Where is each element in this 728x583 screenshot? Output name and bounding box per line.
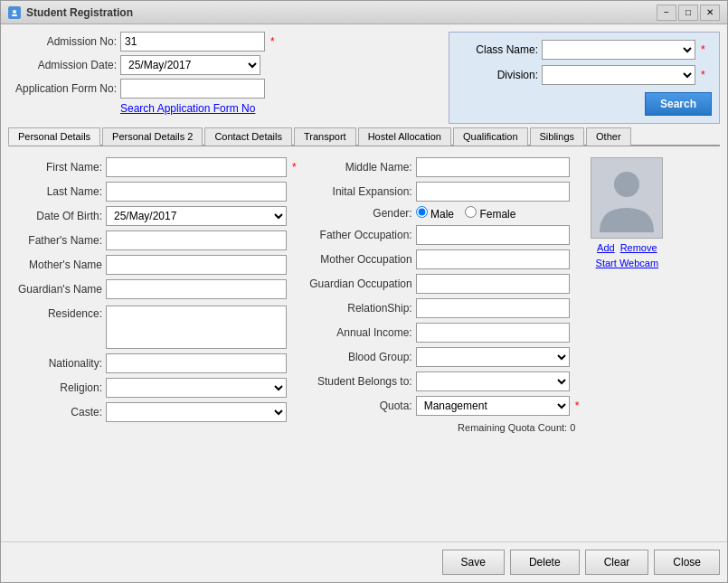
window-title: Student Registration xyxy=(26,6,133,19)
blood-group-label: Blood Group: xyxy=(304,351,412,363)
initial-expansion-input[interactable] xyxy=(416,182,570,202)
student-belongs-row: Student Belongs to: xyxy=(304,371,580,391)
fathers-occ-row: Father Occupation: xyxy=(304,225,580,245)
bottom-bar: Save Delete Clear Close xyxy=(1,541,727,582)
tab-personal-details[interactable]: Personal Details xyxy=(8,127,100,146)
mothers-occ-input[interactable] xyxy=(416,249,570,269)
dob-row: Date Of Birth: 25/May/2017 xyxy=(12,206,297,226)
fathers-occ-input[interactable] xyxy=(416,225,570,245)
photo-section: Add Remove Start Webcam xyxy=(586,157,667,527)
last-name-label: Last Name: xyxy=(12,185,102,198)
annual-income-input[interactable] xyxy=(416,323,570,343)
annual-income-label: Annual Income: xyxy=(304,326,412,339)
search-application-link[interactable]: Search Application Form No xyxy=(120,102,255,115)
guardians-name-row: Guardian's Name xyxy=(12,279,297,299)
religion-label: Religion: xyxy=(12,381,102,394)
application-form-row: Application Form No: xyxy=(8,79,441,99)
svg-point-1 xyxy=(13,10,16,14)
student-belongs-label: Student Belongs to: xyxy=(304,375,412,388)
admission-date-label: Admission Date: xyxy=(8,59,117,71)
class-name-select[interactable] xyxy=(542,40,695,60)
guardian-occ-input[interactable] xyxy=(416,274,570,294)
annual-income-row: Annual Income: xyxy=(304,323,580,343)
caste-row: Caste: xyxy=(12,402,297,422)
add-photo-link[interactable]: Add xyxy=(597,242,615,253)
search-button[interactable]: Search xyxy=(645,92,712,116)
religion-select[interactable] xyxy=(106,378,287,398)
start-webcam-link[interactable]: Start Webcam xyxy=(596,258,659,268)
top-section: Admission No: * Admission Date: 25/May/2… xyxy=(8,32,720,124)
webcam-link-container: Start Webcam xyxy=(596,257,659,269)
svg-point-3 xyxy=(614,172,639,197)
gender-row: Gender: Male Female xyxy=(304,206,580,221)
save-button[interactable]: Save xyxy=(442,550,505,575)
gender-radio-group: Male Female xyxy=(416,206,516,221)
initial-expansion-row: Inital Expansion: xyxy=(304,182,580,202)
remaining-quota-label: Remaining Quota Count: xyxy=(458,422,567,433)
gender-male-radio[interactable] xyxy=(416,206,428,218)
maximize-button[interactable]: □ xyxy=(678,5,698,21)
mothers-occ-label: Mother Occupation xyxy=(304,253,412,266)
last-name-input[interactable] xyxy=(106,182,287,202)
close-window-button[interactable]: ✕ xyxy=(700,5,720,21)
admission-date-row: Admission Date: 25/May/2017 xyxy=(8,55,441,75)
residence-input[interactable] xyxy=(106,306,287,349)
mothers-name-label: Mother's Name xyxy=(12,259,102,271)
quota-select[interactable]: Management xyxy=(416,396,570,416)
initial-expansion-label: Inital Expansion: xyxy=(304,185,412,198)
first-name-row: First Name: * xyxy=(12,157,297,177)
remaining-quota-row: Remaining Quota Count: 0 xyxy=(304,422,580,433)
form-left-column: First Name: * Last Name: Date Of Birth: … xyxy=(12,157,297,527)
blood-group-select[interactable] xyxy=(416,347,570,367)
delete-button[interactable]: Delete xyxy=(510,550,580,575)
class-name-row: Class Name: * xyxy=(457,40,712,60)
svg-rect-2 xyxy=(12,14,17,16)
tab-qualification[interactable]: Qualification xyxy=(453,127,528,146)
gender-female-label[interactable]: Female xyxy=(465,206,515,221)
admission-no-input[interactable] xyxy=(120,32,265,52)
guardian-occ-label: Guardian Occupation xyxy=(304,277,412,290)
tabs: Personal Details Personal Details 2 Cont… xyxy=(8,127,720,146)
gender-male-label[interactable]: Male xyxy=(416,206,454,221)
tab-personal-details-2[interactable]: Personal Details 2 xyxy=(102,127,203,146)
admission-date-select[interactable]: 25/May/2017 xyxy=(120,55,260,75)
minimize-button[interactable]: − xyxy=(657,5,676,21)
student-belongs-select[interactable] xyxy=(416,371,570,391)
remove-photo-link[interactable]: Remove xyxy=(620,242,657,253)
blood-group-row: Blood Group: xyxy=(304,347,580,367)
tab-hostel-allocation[interactable]: Hostel Allocation xyxy=(358,127,451,146)
mothers-name-input[interactable] xyxy=(106,255,287,275)
relationship-label: RelationShip: xyxy=(304,302,412,315)
gender-label: Gender: xyxy=(304,207,412,220)
app-icon xyxy=(8,6,21,19)
caste-label: Caste: xyxy=(12,406,102,418)
middle-name-input[interactable] xyxy=(416,157,570,177)
close-button[interactable]: Close xyxy=(654,550,720,575)
first-name-input[interactable] xyxy=(106,157,287,177)
middle-name-row: Middle Name: xyxy=(304,157,580,177)
right-fields: Class Name: * Division: * Search xyxy=(449,32,720,124)
guardians-name-label: Guardian's Name xyxy=(12,283,102,296)
quota-row: Quota: Management * xyxy=(304,396,580,416)
gender-female-radio[interactable] xyxy=(465,206,477,218)
division-select[interactable] xyxy=(542,65,695,85)
title-bar: Student Registration − □ ✕ xyxy=(1,1,727,24)
fathers-name-input[interactable] xyxy=(106,230,287,250)
tab-other[interactable]: Other xyxy=(586,127,631,146)
division-row: Division: * xyxy=(457,65,712,85)
left-fields: Admission No: * Admission Date: 25/May/2… xyxy=(8,32,441,124)
dob-select[interactable]: 25/May/2017 xyxy=(106,206,287,226)
clear-button[interactable]: Clear xyxy=(585,550,649,575)
form-content: First Name: * Last Name: Date Of Birth: … xyxy=(8,150,720,534)
tab-contact-details[interactable]: Contact Details xyxy=(204,127,292,146)
guardians-name-input[interactable] xyxy=(106,279,287,299)
caste-select[interactable] xyxy=(106,402,287,422)
admission-no-required: * xyxy=(270,35,275,48)
application-form-input[interactable] xyxy=(120,79,265,99)
main-content: Admission No: * Admission Date: 25/May/2… xyxy=(1,24,727,541)
nationality-input[interactable] xyxy=(106,353,287,373)
window-controls: − □ ✕ xyxy=(657,5,720,21)
relationship-input[interactable] xyxy=(416,298,570,318)
tab-transport[interactable]: Transport xyxy=(294,127,356,146)
tab-siblings[interactable]: Siblings xyxy=(530,127,585,146)
